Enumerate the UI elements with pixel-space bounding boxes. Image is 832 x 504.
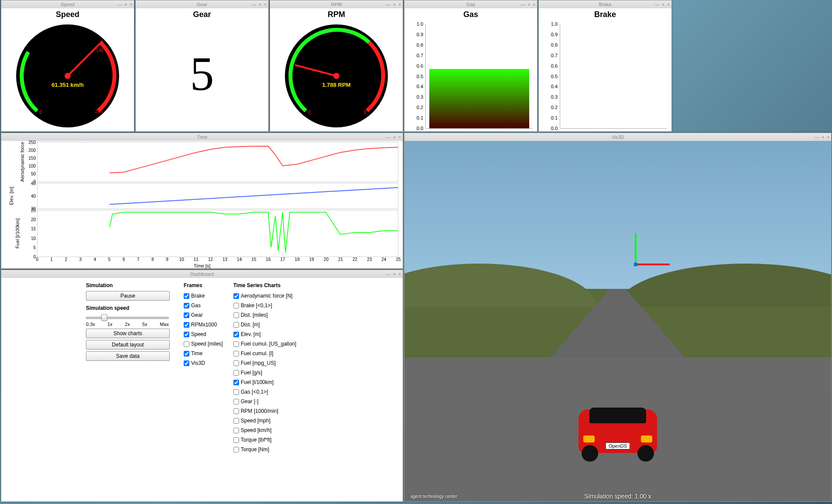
minimize-icon[interactable]: — xyxy=(386,272,390,277)
timeseries-checkbox[interactable]: Fuel [l/100km] xyxy=(233,379,296,385)
minimize-icon[interactable]: — xyxy=(520,2,525,7)
timeseries-checkbox-input[interactable] xyxy=(233,303,239,309)
timeseries-checkbox[interactable]: Elev. [m] xyxy=(233,331,296,337)
vis3d-viewport[interactable]: OpenDS agent technology center Simulatio… xyxy=(404,141,831,501)
minimize-icon[interactable]: — xyxy=(386,135,390,140)
axis-tick: 22 xyxy=(353,257,357,262)
timeseries-checkbox-input[interactable] xyxy=(233,351,239,357)
maximize-icon[interactable]: + xyxy=(822,135,824,140)
axis-tick: 12 xyxy=(208,257,213,262)
minimize-icon[interactable]: — xyxy=(815,135,819,140)
close-icon[interactable]: × xyxy=(827,135,829,140)
minimize-icon[interactable]: — xyxy=(386,2,390,7)
frames-checkbox-label: Vis3D xyxy=(191,360,205,366)
timeseries-checkbox[interactable]: Dist. [m] xyxy=(233,322,296,328)
frames-checkbox[interactable]: Brake xyxy=(184,293,223,299)
maximize-icon[interactable]: + xyxy=(527,2,530,7)
maximize-icon[interactable]: + xyxy=(662,2,664,7)
close-icon[interactable]: × xyxy=(398,135,401,140)
timeseries-checkbox-input[interactable] xyxy=(233,332,239,337)
timeseries-checkbox-input[interactable] xyxy=(233,360,239,366)
timeseries-checkbox[interactable]: Speed [km/h] xyxy=(233,427,296,433)
gear-titlebar[interactable]: Gear —+× xyxy=(136,0,268,9)
timeseries-checkbox-input[interactable] xyxy=(233,312,239,318)
timeseries-checkbox-label: Torque [Nm] xyxy=(241,446,269,453)
timeseries-checkbox-input[interactable] xyxy=(233,437,239,443)
maximize-icon[interactable]: + xyxy=(393,2,396,7)
timeseries-checkbox-input[interactable] xyxy=(233,428,239,433)
timeseries-checkbox[interactable]: Torque [lbf*ft] xyxy=(233,437,296,443)
maximize-icon[interactable]: + xyxy=(393,135,396,140)
close-icon[interactable]: × xyxy=(398,2,401,7)
timeseries-checkbox[interactable]: Speed [mph] xyxy=(233,418,296,424)
timeseries-checkbox-input[interactable] xyxy=(233,380,239,385)
timeseries-checkbox[interactable]: RPM [1000/min] xyxy=(233,408,296,414)
close-icon[interactable]: × xyxy=(130,2,132,7)
timeseries-checkbox[interactable]: Dist. [miles] xyxy=(233,312,296,318)
frames-checkbox-input[interactable] xyxy=(184,360,189,366)
frames-checkbox-input[interactable] xyxy=(184,312,189,318)
minimize-icon[interactable]: — xyxy=(252,2,256,7)
minimize-icon[interactable]: — xyxy=(655,2,659,7)
frames-checkbox-input[interactable] xyxy=(184,351,189,357)
maximize-icon[interactable]: + xyxy=(124,2,127,7)
frames-checkbox[interactable]: Vis3D xyxy=(184,360,223,366)
timeseries-checkbox-input[interactable] xyxy=(233,322,239,328)
timeseries-checkbox-input[interactable] xyxy=(233,447,239,453)
brake-titlebar[interactable]: Brake —+× xyxy=(539,0,671,9)
timeseries-checkbox[interactable]: Fuel [mpg_US] xyxy=(233,360,296,366)
simspeed-slider[interactable] xyxy=(86,314,169,321)
minimize-icon[interactable]: — xyxy=(117,2,122,7)
maximize-icon[interactable]: + xyxy=(393,272,396,277)
close-icon[interactable]: × xyxy=(533,2,535,7)
close-icon[interactable]: × xyxy=(667,2,670,7)
timeseries-checkbox[interactable]: Aerodynamic force [N] xyxy=(233,293,296,299)
timeseries-checkbox-input[interactable] xyxy=(233,389,239,395)
frames-checkbox-input[interactable] xyxy=(184,332,189,337)
time-titlebar[interactable]: Time —+× xyxy=(1,133,403,141)
frames-checkbox[interactable]: Speed xyxy=(184,331,223,337)
rpm-titlebar[interactable]: RPM —+× xyxy=(270,0,403,9)
timeseries-checkbox-input[interactable] xyxy=(233,399,239,405)
save-data-button[interactable]: Save data xyxy=(86,351,170,361)
timeseries-checkbox[interactable]: Brake [<0,1>] xyxy=(233,302,296,309)
gas-bar-chart: 0.00.10.20.30.40.50.60.70.80.91.0 xyxy=(425,24,533,129)
timeseries-checkbox[interactable]: Gear [-] xyxy=(233,398,296,405)
timeseries-checkbox[interactable]: Fuel cumul. [US_gallon] xyxy=(233,341,296,347)
timeseries-checkbox[interactable]: Torque [Nm] xyxy=(233,446,296,453)
default-layout-button[interactable]: Default layout xyxy=(86,340,170,350)
timeseries-checkbox-input[interactable] xyxy=(233,408,239,414)
axis-tick: 3 xyxy=(79,257,82,262)
dashboard-panel: Dashboard —+× Simulation Pause Simulatio… xyxy=(1,270,403,502)
frames-checkbox[interactable]: Gas xyxy=(184,302,223,309)
close-icon[interactable]: × xyxy=(398,272,401,277)
slider-tick-label: 5x xyxy=(142,322,147,327)
timeseries-checkbox-input[interactable] xyxy=(233,293,239,299)
frames-checkbox-input[interactable] xyxy=(184,341,189,347)
timeseries-checkbox-input[interactable] xyxy=(233,370,239,376)
timeseries-checkbox-label: Elev. [m] xyxy=(241,331,261,337)
timeseries-checkbox-input[interactable] xyxy=(233,341,239,347)
vis3d-titlebar[interactable]: Vis3D —+× xyxy=(404,133,831,141)
frames-checkbox[interactable]: RPMx1000 xyxy=(184,322,223,328)
timeseries-checkbox[interactable]: Gas [<0,1>] xyxy=(233,389,296,395)
gas-panel: Gas —+× Gas 0.00.10.20.30.40.50.60.70.80… xyxy=(404,0,538,132)
frames-checkbox-input[interactable] xyxy=(184,293,189,299)
close-icon[interactable]: × xyxy=(264,2,267,7)
frames-checkbox-input[interactable] xyxy=(184,322,189,328)
frames-checkbox[interactable]: Time xyxy=(184,350,223,357)
show-charts-button[interactable]: Show charts xyxy=(86,329,170,338)
rpm-panel: RPM —+× RPM 1.788 RPM 0 8 5 xyxy=(270,0,403,132)
timeseries-checkbox[interactable]: Fuel cumul. [l] xyxy=(233,350,296,357)
gear-value: 5 xyxy=(136,21,268,127)
gas-titlebar[interactable]: Gas —+× xyxy=(404,0,537,9)
frames-checkbox[interactable]: Speed [miles] xyxy=(184,341,223,347)
speed-titlebar[interactable]: Speed —+× xyxy=(1,0,134,9)
timeseries-checkbox-input[interactable] xyxy=(233,418,239,424)
frames-checkbox-input[interactable] xyxy=(184,303,189,309)
dashboard-titlebar[interactable]: Dashboard —+× xyxy=(1,270,403,278)
timeseries-checkbox[interactable]: Fuel [g/s] xyxy=(233,370,296,376)
maximize-icon[interactable]: + xyxy=(259,2,261,7)
pause-button[interactable]: Pause xyxy=(86,291,170,301)
frames-checkbox[interactable]: Gear xyxy=(184,312,223,318)
